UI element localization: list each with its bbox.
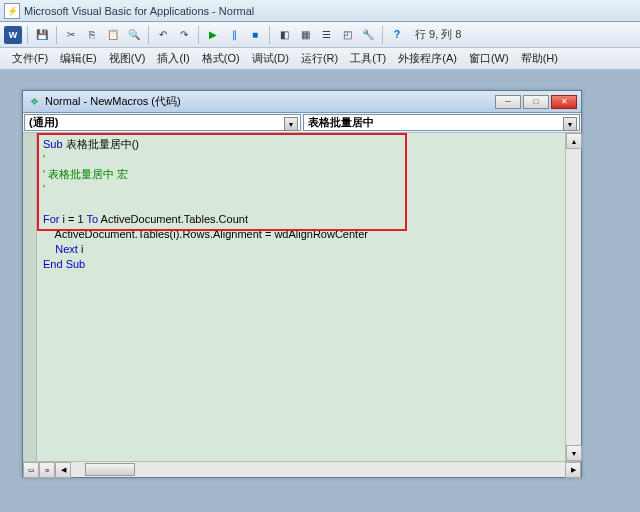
- title-bar: ⚡ Microsoft Visual Basic for Application…: [0, 0, 640, 22]
- close-button[interactable]: ✕: [551, 95, 577, 109]
- dropdown-row: (通用) ▼ 表格批量居中 ▼: [23, 113, 581, 133]
- minimize-button[interactable]: ─: [495, 95, 521, 109]
- undo-icon[interactable]: ↶: [154, 26, 172, 44]
- separator: [27, 26, 28, 44]
- chevron-down-icon[interactable]: ▼: [284, 117, 298, 131]
- separator: [198, 26, 199, 44]
- scroll-thumb[interactable]: [85, 463, 135, 476]
- object-dropdown-value: (通用): [29, 115, 58, 130]
- cut-icon[interactable]: ✂: [62, 26, 80, 44]
- scroll-left-icon[interactable]: ◀: [55, 462, 71, 478]
- menu-debug[interactable]: 调试(D): [246, 49, 295, 68]
- menu-view[interactable]: 视图(V): [103, 49, 152, 68]
- separator: [269, 26, 270, 44]
- redo-icon[interactable]: ↷: [175, 26, 193, 44]
- design-mode-icon[interactable]: ◧: [275, 26, 293, 44]
- separator: [148, 26, 149, 44]
- app-window: ⚡ Microsoft Visual Basic for Application…: [0, 0, 640, 512]
- scroll-down-icon[interactable]: ▼: [566, 445, 582, 461]
- menu-format[interactable]: 格式(O): [196, 49, 246, 68]
- project-explorer-icon[interactable]: ▦: [296, 26, 314, 44]
- code-window: ❖ Normal - NewMacros (代码) ─ □ ✕ (通用) ▼ 表…: [22, 90, 582, 478]
- menu-tools[interactable]: 工具(T): [344, 49, 392, 68]
- code-editor[interactable]: Sub 表格批量居中() ' ' 表格批量居中 宏 ' For i = 1 To…: [37, 133, 565, 461]
- find-icon[interactable]: 🔍: [125, 26, 143, 44]
- menu-edit[interactable]: 编辑(E): [54, 49, 103, 68]
- save-icon[interactable]: 💾: [33, 26, 51, 44]
- stop-icon[interactable]: ■: [246, 26, 264, 44]
- full-module-view-icon[interactable]: ≡: [39, 462, 55, 478]
- run-icon[interactable]: ▶: [204, 26, 222, 44]
- vertical-scrollbar[interactable]: ▲ ▼: [565, 133, 581, 461]
- word-icon[interactable]: W: [4, 26, 22, 44]
- menu-file[interactable]: 文件(F): [6, 49, 54, 68]
- scroll-right-icon[interactable]: ▶: [565, 462, 581, 478]
- code-window-titlebar[interactable]: ❖ Normal - NewMacros (代码) ─ □ ✕: [23, 91, 581, 113]
- code-body: Sub 表格批量居中() ' ' 表格批量居中 宏 ' For i = 1 To…: [23, 133, 581, 461]
- horizontal-scrollbar[interactable]: ▭ ≡ ◀ ▶: [23, 461, 581, 477]
- margin-indicator-bar[interactable]: [23, 133, 37, 461]
- menu-window[interactable]: 窗口(W): [463, 49, 515, 68]
- object-dropdown[interactable]: (通用) ▼: [24, 114, 301, 131]
- scroll-track[interactable]: [71, 462, 565, 477]
- properties-icon[interactable]: ☰: [317, 26, 335, 44]
- toolbox-icon[interactable]: 🔧: [359, 26, 377, 44]
- app-icon: ⚡: [4, 3, 20, 19]
- procedure-dropdown[interactable]: 表格批量居中 ▼: [303, 114, 580, 131]
- pause-icon[interactable]: ∥: [225, 26, 243, 44]
- menu-help[interactable]: 帮助(H): [515, 49, 564, 68]
- separator: [56, 26, 57, 44]
- procedure-view-icon[interactable]: ▭: [23, 462, 39, 478]
- code-window-title: Normal - NewMacros (代码): [45, 94, 181, 109]
- toolbar: W 💾 ✂ ⎘ 📋 🔍 ↶ ↷ ▶ ∥ ■ ◧ ▦ ☰ ◰ 🔧 ? 行 9, 列…: [0, 22, 640, 48]
- menu-insert[interactable]: 插入(I): [151, 49, 195, 68]
- copy-icon[interactable]: ⎘: [83, 26, 101, 44]
- procedure-dropdown-value: 表格批量居中: [308, 115, 374, 130]
- menu-addins[interactable]: 外接程序(A): [392, 49, 463, 68]
- module-icon: ❖: [27, 95, 41, 109]
- separator: [382, 26, 383, 44]
- window-title: Microsoft Visual Basic for Applications …: [24, 5, 254, 17]
- object-browser-icon[interactable]: ◰: [338, 26, 356, 44]
- menubar: 文件(F) 编辑(E) 视图(V) 插入(I) 格式(O) 调试(D) 运行(R…: [0, 48, 640, 70]
- cursor-position: 行 9, 列 8: [415, 27, 461, 42]
- menu-run[interactable]: 运行(R): [295, 49, 344, 68]
- maximize-button[interactable]: □: [523, 95, 549, 109]
- paste-icon[interactable]: 📋: [104, 26, 122, 44]
- scroll-up-icon[interactable]: ▲: [566, 133, 582, 149]
- mdi-workspace: ❖ Normal - NewMacros (代码) ─ □ ✕ (通用) ▼ 表…: [0, 70, 640, 512]
- help-icon[interactable]: ?: [388, 26, 406, 44]
- chevron-down-icon[interactable]: ▼: [563, 117, 577, 131]
